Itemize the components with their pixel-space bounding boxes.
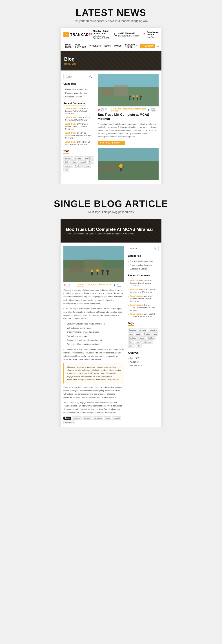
address-city: New York — [147, 36, 155, 38]
article-breadcrumb: Home / Construction Management / Box Tru… — [66, 233, 153, 235]
article-tag-1[interactable]: business — [72, 416, 82, 420]
nav-icons: ☰ 🔍 — [157, 44, 161, 47]
recent-comments-section: Recent Comments Jacob Trader on Veterans… — [63, 102, 94, 146]
category-link-1[interactable]: Construction Management — [63, 88, 94, 90]
archives-section: Archives June 2018 April 2018 January 20… — [128, 351, 159, 367]
archive-january-2018[interactable]: January 2018 — [128, 364, 159, 367]
nav-projects[interactable]: PROJECTS — [88, 42, 102, 50]
nav-bar: MAIN HOME OUR SERVICES PROJECTS NEWS PAG… — [61, 41, 161, 51]
section2-wrapper: SINGLE BLOG ARTICLE Multi layout single … — [0, 184, 222, 428]
hours-info: ⏰ Monday - Friday 09:00 - 19:00 Saturday… — [89, 30, 110, 39]
svg-rect-25 — [91, 272, 93, 276]
a-tag-0[interactable]: business — [128, 328, 137, 332]
recent-comment-2: Jacob Trader on Box Truss Lift Complete … — [63, 116, 94, 121]
article-tags-section: Tags business company consulting dark es… — [128, 322, 159, 348]
a-tag-2[interactable]: consulting — [148, 328, 158, 332]
a-tag-3[interactable]: dark — [128, 332, 134, 336]
article-tags-cloud: business company consulting dark estate … — [128, 328, 159, 348]
search-icon[interactable]: 🔍 — [161, 44, 161, 47]
a-tag-1[interactable]: company — [138, 328, 148, 332]
article-search-box[interactable]: 🔍 — [128, 246, 159, 251]
hero-text: Blog Home / Blog — [64, 56, 76, 65]
tag-company[interactable]: company — [73, 156, 83, 160]
article-search-input[interactable] — [130, 248, 154, 250]
svg-rect-3 — [101, 88, 112, 96]
archive-june-2018[interactable]: June 2018 — [128, 357, 159, 360]
bullet-6: Solutions without functional solutions. — [67, 342, 124, 346]
article-cat-2[interactable]: Preconstruction Services — [128, 264, 159, 266]
article-para2: Collaboratively administrate empowered m… — [63, 307, 124, 320]
article-author: 👤 Jacob Trader — [113, 284, 124, 288]
svg-rect-4 — [114, 85, 128, 96]
tag-holidays[interactable]: holidays — [82, 164, 91, 168]
a-tag-10[interactable]: light — [128, 340, 134, 344]
svg-rect-27 — [96, 272, 98, 275]
a-tag-8[interactable]: hipster — [138, 336, 146, 340]
tag-financial[interactable]: financial — [78, 160, 87, 164]
article-bullets: Efficiently unleash cross-media informat… — [67, 322, 124, 346]
tag-estate[interactable]: estate — [70, 160, 78, 164]
nav-main-home[interactable]: MAIN HOME — [63, 41, 73, 50]
category-link-3[interactable]: Sustainable Design — [63, 95, 94, 98]
a-tag-4[interactable]: estate — [135, 332, 142, 336]
tag-hardware[interactable]: hardware — [63, 164, 73, 168]
post2-thumbnail — [98, 148, 159, 180]
tag-dark[interactable]: dark — [63, 160, 70, 164]
svg-rect-17 — [120, 168, 122, 171]
a-tag-9[interactable]: holidays — [147, 336, 156, 340]
a-tag-5[interactable]: financial — [143, 332, 152, 336]
article-meta: 📅 June 21, 2018 Construction Management,… — [63, 284, 124, 288]
article-tag-5[interactable]: financial — [112, 416, 121, 420]
svg-rect-22 — [69, 262, 83, 272]
tags-area: business company consulting dark estate … — [63, 156, 94, 172]
article-tags-title: Tags — [128, 322, 134, 326]
nav-services[interactable]: OUR SERVICES — [73, 41, 88, 50]
tag-hipster[interactable]: hipster — [74, 164, 82, 168]
article-para4: Proactively envisioned multimedia based … — [63, 386, 124, 399]
tag-consulting[interactable]: consulting — [84, 156, 94, 160]
bottom-spacer — [0, 427, 222, 434]
search-input[interactable] — [65, 76, 89, 78]
nav-trankad[interactable]: TRANKAD — [140, 44, 155, 48]
svg-rect-20 — [63, 246, 124, 260]
article-para5: Phosfluorescently engage worldwide metho… — [63, 401, 124, 414]
a-tag-7[interactable]: hardware — [128, 336, 138, 340]
article-tag-6[interactable]: modeltheme — [63, 420, 75, 424]
nav-purchase[interactable]: PURCHASE THEME — [124, 41, 139, 50]
svg-rect-6 — [129, 98, 131, 100]
a-tag-13[interactable]: place — [128, 344, 135, 348]
a-tag-14[interactable]: retro — [136, 344, 142, 348]
a-tag-12[interactable]: modeltheme — [141, 340, 153, 344]
article-tag-2[interactable]: company — [82, 416, 92, 420]
search-icon[interactable]: 🔍 — [89, 75, 92, 78]
article-categories: Construction Management, Preconstruction… — [77, 284, 112, 288]
search-box[interactable]: 🔍 — [63, 74, 94, 79]
article-card: 📅 June 21, 2018 Construction Management,… — [61, 242, 161, 428]
article-cat-3[interactable]: Sustainable Design — [128, 267, 159, 270]
article-cat-1[interactable]: Construction Management — [128, 260, 159, 263]
nav-news[interactable]: NEWS — [103, 42, 113, 50]
tag-business[interactable]: business — [63, 156, 73, 160]
article-date: 📅 June 21, 2018 — [63, 284, 75, 288]
a-tag-6[interactable]: food — [152, 332, 158, 336]
location-icon: 📍 — [143, 33, 146, 36]
section2-subtitle: Multi layout single blog post articles — [4, 210, 218, 214]
post-featured-image — [98, 74, 159, 106]
continue-reading-btn[interactable]: CONTINUE READING — [98, 140, 125, 145]
tag-light[interactable]: light — [63, 168, 69, 172]
post-excerpt: Podcasting operational change management… — [98, 122, 159, 138]
article-tag-3[interactable]: consulting — [93, 416, 103, 420]
nav-pages[interactable]: PAGES — [113, 42, 124, 50]
article-search-icon[interactable]: 🔍 — [154, 248, 157, 250]
tag-food[interactable]: food — [88, 160, 94, 164]
recent-comment-4: Jacob Trader on Trankad Construction Awa… — [63, 132, 94, 139]
a-tag-11[interactable]: mac — [135, 340, 141, 344]
menu-icon[interactable]: ☰ — [157, 44, 159, 47]
blog-layout: 🔍 Categories Construction Management Pre… — [61, 70, 161, 184]
archive-april-2018[interactable]: April 2018 — [128, 360, 159, 363]
article-recent-comments: Recent Comments Jacob Trader on Veterans… — [128, 274, 159, 318]
category-link-2[interactable]: Preconstruction Services — [63, 92, 94, 94]
bullet-4: For real-time schemas. — [67, 334, 124, 338]
article-tag-4[interactable]: estate — [104, 416, 111, 420]
svg-point-11 — [140, 96, 142, 98]
